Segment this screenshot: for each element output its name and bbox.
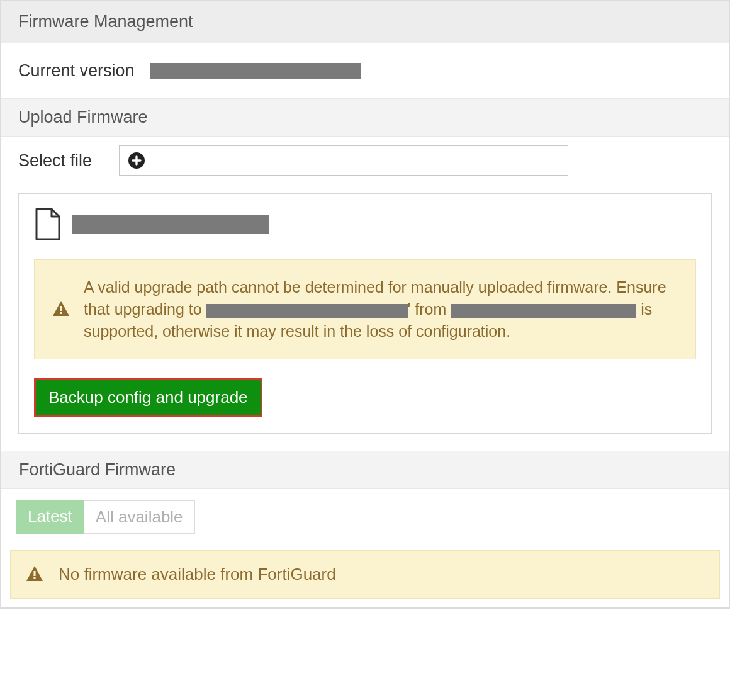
warning-icon <box>52 300 70 319</box>
svg-rect-3 <box>33 577 35 579</box>
fortiguard-warning: No firmware available from FortiGuard <box>10 550 720 599</box>
current-version-section: Current version <box>1 43 729 98</box>
current-version-label: Current version <box>18 61 135 81</box>
svg-rect-0 <box>60 306 62 311</box>
svg-rect-2 <box>33 571 35 576</box>
current-version-value-redacted <box>150 63 361 79</box>
tab-latest[interactable]: Latest <box>16 500 84 534</box>
uploaded-filename-redacted <box>72 215 269 234</box>
fortiguard-section: FortiGuard Firmware Latest All available… <box>1 451 729 608</box>
warning-icon <box>26 565 43 584</box>
fortiguard-warning-text: No firmware available from FortiGuard <box>59 565 336 584</box>
warning-text: A valid upgrade path cannot be determine… <box>84 276 678 342</box>
select-file-label: Select file <box>18 151 106 171</box>
backup-upgrade-button[interactable]: Backup config and upgrade <box>34 378 262 417</box>
tab-all-available[interactable]: All available <box>84 500 195 534</box>
upload-firmware-header: Upload Firmware <box>1 98 729 137</box>
warning-redact-source <box>451 304 636 318</box>
file-input[interactable] <box>119 145 568 176</box>
warning-redact-target <box>206 304 408 318</box>
warning-mid1: ' from <box>408 300 447 318</box>
fortiguard-tabs: Latest All available <box>1 489 729 545</box>
upload-row: Select file <box>1 137 729 193</box>
firmware-management-panel: Firmware Management Current version Uplo… <box>0 0 730 609</box>
fortiguard-header: FortiGuard Firmware <box>1 451 729 489</box>
file-icon <box>34 208 62 240</box>
panel-title: Firmware Management <box>1 1 729 43</box>
svg-rect-1 <box>60 312 62 314</box>
uploaded-file-panel: A valid upgrade path cannot be determine… <box>18 193 712 434</box>
upgrade-path-warning: A valid upgrade path cannot be determine… <box>34 259 696 359</box>
plus-circle-icon <box>128 152 145 169</box>
